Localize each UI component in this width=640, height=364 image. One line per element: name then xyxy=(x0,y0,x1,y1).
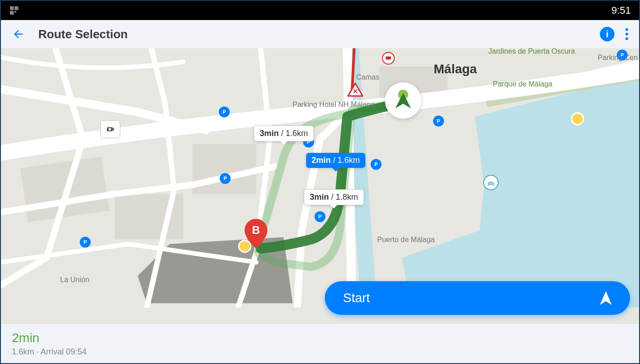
destination-pin: B xyxy=(245,219,267,248)
svg-text:✕: ✕ xyxy=(353,87,358,95)
svg-text:B: B xyxy=(252,224,260,236)
map-canvas[interactable]: P P P P P P P P ✕ xyxy=(1,48,639,324)
svg-rect-2 xyxy=(10,11,14,15)
city-label: Málaga xyxy=(434,62,477,76)
svg-text:P: P xyxy=(224,176,227,181)
svg-text:P: P xyxy=(318,214,322,219)
road-closure-icon: ✕ xyxy=(347,82,364,99)
info-button[interactable]: i xyxy=(600,27,614,41)
map-label: Jardines de Puerta Oscura xyxy=(488,48,575,56)
start-button-label: Start xyxy=(343,291,370,305)
svg-text:P: P xyxy=(83,239,87,245)
status-bar: 9:51 xyxy=(1,1,639,20)
svg-text:P: P xyxy=(437,118,440,124)
app-header: Route Selection i xyxy=(1,20,639,48)
speed-camera-icon xyxy=(100,120,120,138)
parking-poi-icon: P xyxy=(80,237,91,248)
svg-rect-1 xyxy=(15,6,18,10)
route-option-2-selected[interactable]: 2min / 1.6km xyxy=(306,153,365,168)
svg-text:P: P xyxy=(374,162,378,167)
map-label: Parque de Málaga xyxy=(493,80,553,88)
svg-point-30 xyxy=(572,113,584,125)
svg-rect-0 xyxy=(10,6,14,10)
map-label: Camas xyxy=(356,73,379,81)
back-button[interactable] xyxy=(12,28,25,40)
route-option-1[interactable]: 3min / 1.6km xyxy=(254,126,314,142)
app-icon xyxy=(9,5,19,15)
route-summary-footer: 2min 1.6km · Arrival 09:54 xyxy=(1,324,639,363)
svg-rect-3 xyxy=(15,11,16,13)
eta-detail: 1.6km · Arrival 09:54 xyxy=(12,347,628,357)
eta-duration: 2min xyxy=(12,331,628,345)
map-label: Parking Cen xyxy=(598,54,638,62)
clock: 9:51 xyxy=(611,5,631,16)
start-navigation-button[interactable]: Start xyxy=(325,281,630,315)
map-label: La Unión xyxy=(60,276,89,284)
svg-text:P: P xyxy=(223,109,226,115)
svg-rect-35 xyxy=(113,128,114,131)
navigation-arrow-icon xyxy=(600,291,612,305)
svg-rect-32 xyxy=(386,56,391,60)
map-label: Parking Hotel NH Málaga xyxy=(292,101,375,109)
overflow-menu-button[interactable] xyxy=(625,28,628,40)
current-location-marker xyxy=(385,82,421,119)
route-option-3[interactable]: 3min / 1.8km xyxy=(304,189,364,205)
page-title: Route Selection xyxy=(38,27,586,41)
svg-rect-9 xyxy=(192,144,256,194)
map-label: Puerto de Málaga xyxy=(377,236,435,244)
svg-point-34 xyxy=(108,128,111,131)
